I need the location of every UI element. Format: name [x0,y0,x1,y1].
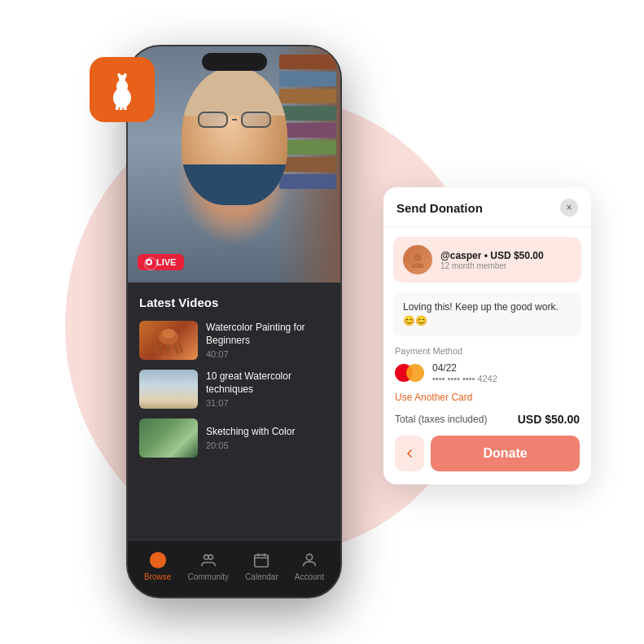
svg-rect-6 [120,105,123,110]
card-expiry: 04/22 [432,362,497,374]
svg-point-13 [208,554,213,559]
avatar-icon [408,250,427,269]
octopus-icon [152,326,185,355]
video-thumbnail-3 [139,418,198,458]
list-item[interactable]: Watercolor Painting for Beginners 40:07 [139,321,329,360]
glass-bridge [232,119,237,120]
close-button[interactable]: × [560,199,578,217]
chevron-left-icon [403,447,416,460]
donor-name: @casper • USD $50.00 [440,250,544,261]
live-badge: LIVE [138,254,184,270]
mc-right [406,364,424,382]
video-info-2: 10 great Watercolor techniques 31:07 [206,370,329,407]
video-duration-3: 20:05 [206,440,329,450]
payment-method: 04/22 •••• •••• •••• 4242 [395,362,580,383]
total-row: Total (taxes included) USD $50.00 [395,413,580,426]
account-icon [300,550,319,570]
section-title: Latest Videos [139,296,329,309]
svg-point-19 [414,253,422,261]
sidebar-item-calendar[interactable]: Calendar [245,550,278,581]
svg-point-9 [162,329,175,339]
payment-section: Payment Method 04/22 •••• •••• •••• 4242… [383,346,591,426]
use-another-card-button[interactable]: Use Another Card [395,392,580,403]
video-title-1: Watercolor Painting for Beginners [206,322,329,347]
video-duration-2: 31:07 [206,398,329,408]
community-label: Community [187,572,229,581]
thumb-octopus [139,321,198,360]
back-button[interactable] [395,436,424,471]
total-label: Total (taxes included) [395,414,487,425]
card-details: 04/22 •••• •••• •••• 4242 [432,362,497,383]
donor-avatar [403,245,432,274]
live-label: LIVE [156,257,176,267]
donation-card: Send Donation × @casper • USD $50.00 12 … [383,187,591,484]
list-item[interactable]: Sketching with Color 20:05 [139,418,329,458]
video-area: LIVE [128,46,340,283]
person-face [182,67,287,205]
calendar-label: Calendar [245,572,278,581]
video-thumbnail-1 [139,321,198,360]
card-number: •••• •••• •••• 4242 [432,374,497,383]
video-title-2: 10 great Watercolor techniques [206,370,329,396]
bottom-nav: Browse Community [128,540,340,597]
card-title: Send Donation [396,201,483,215]
video-info-3: Sketching with Color 20:05 [206,426,329,450]
donor-info: @casper • USD $50.00 12 month member [440,250,544,270]
glass-lens-right [241,112,271,128]
total-amount: USD $50.00 [518,413,580,426]
card-header: Send Donation × [383,187,591,227]
donor-member-status: 12 month member [440,261,544,270]
donation-message: Loving this! Keep up the good work. 😊😊 [393,292,581,336]
thumb-waterscape [139,370,198,409]
live-dot-icon [146,259,152,265]
tshirt [182,164,287,205]
community-icon [199,550,218,570]
svg-point-18 [306,554,312,559]
browse-label: Browse [144,572,171,581]
hair [182,67,287,116]
sidebar-item-community[interactable]: Community [187,550,229,581]
close-icon: × [566,202,572,213]
mastercard-icon [395,363,424,383]
account-label: Account [295,572,324,581]
app-icon [90,57,155,122]
thumb-turtle [139,418,198,458]
list-item[interactable]: 10 great Watercolor techniques 31:07 [139,370,329,409]
donor-banner: @casper • USD $50.00 12 month member [393,237,581,283]
phone-notch [202,53,267,71]
payment-label: Payment Method [395,346,580,356]
video-title-3: Sketching with Color [206,426,329,439]
donate-row: Donate [395,436,580,471]
glasses [198,112,271,128]
phone-content: Latest Videos Wate [128,283,340,540]
svg-rect-14 [255,554,269,567]
svg-rect-7 [124,105,127,110]
video-thumbnail-2 [139,370,198,409]
browse-icon [148,550,168,570]
video-info-1: Watercolor Painting for Beginners 40:07 [206,322,329,358]
svg-rect-5 [116,105,119,110]
glass-lens-left [198,112,228,128]
video-duration-1: 40:07 [206,349,329,359]
calendar-icon [252,550,271,570]
sidebar-item-account[interactable]: Account [295,550,324,581]
llama-icon [102,69,142,110]
donate-button[interactable]: Donate [431,436,580,471]
phone-frame: LIVE Latest Videos [126,45,342,598]
sidebar-item-browse[interactable]: Browse [144,550,171,581]
